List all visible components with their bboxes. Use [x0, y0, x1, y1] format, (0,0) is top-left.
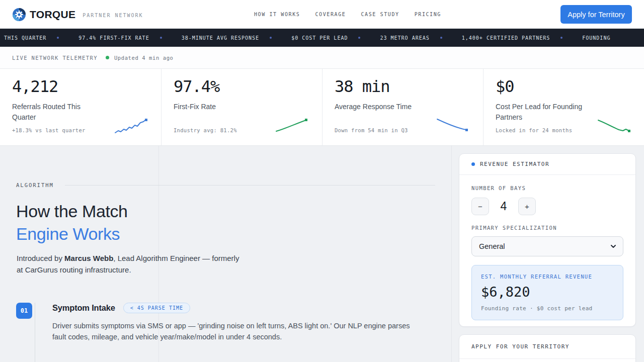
dot-separator-icon: [270, 37, 272, 39]
stat-note: +18.3% vs last quarter: [12, 127, 86, 133]
stat-label: First-Fix Rate: [174, 102, 264, 112]
stat-value: 97.4%: [174, 77, 310, 96]
intro-paragraph: Introduced by Marcus Webb, Lead Algorith…: [17, 252, 243, 276]
ticker-item: 97.4% FIRST-FIX RATE: [78, 35, 149, 41]
stat-value: 4,212: [12, 77, 149, 96]
bays-value: 4: [489, 200, 518, 213]
parse-time-badge: < 4S PARSE TIME: [123, 303, 190, 313]
title-line-1: How the Match: [16, 202, 128, 221]
apply-panel-title: APPLY FOR YOUR TERRITORY: [471, 343, 570, 350]
intro-prefix: Introduced by: [17, 254, 64, 262]
telemetry-updated: Updated 4 min ago: [114, 55, 174, 61]
bays-label: NUMBER OF BAYS: [471, 185, 623, 191]
estimator-header: REVENUE ESTIMATOR: [459, 154, 635, 175]
step-body: Symptom Intake < 4S PARSE TIME Driver su…: [52, 303, 419, 342]
nav-case-study[interactable]: CASE STUDY: [361, 12, 399, 17]
specialization-label: PRIMARY SPECIALIZATION: [471, 225, 623, 231]
step-title: Symptom Intake: [52, 303, 115, 313]
estimator-title: REVENUE ESTIMATOR: [480, 161, 549, 167]
ticker-item: 38-MINUTE AVG RESPONSE: [182, 35, 259, 41]
apply-panel-header: APPLY FOR YOUR TERRITORY: [459, 335, 635, 359]
stat-label: Average Response Time: [335, 102, 425, 112]
stats-ticker: THIS QUARTER 97.4% FIRST-FIX RATE 38-MIN…: [0, 29, 644, 47]
gear-logo-icon: [12, 8, 26, 22]
stat-note: Industry avg: 81.2%: [174, 127, 237, 133]
bays-stepper: − 4 +: [471, 198, 623, 215]
bays-decrement-button[interactable]: −: [471, 198, 489, 215]
step-number-badge: 01: [16, 303, 32, 319]
apply-for-territory-button[interactable]: Apply for Territory: [560, 5, 632, 24]
sparkline-down-icon: [436, 116, 471, 135]
sparkline-down-icon: [597, 116, 632, 135]
main-nav: HOW IT WORKS COVERAGE CASE STUDY PRICING: [254, 0, 441, 29]
dot-separator-icon: [160, 37, 162, 39]
ticker-item: $0 COST PER LEAD: [291, 35, 348, 41]
top-navigation-bar: TORQUE PARTNER NETWORK HOW IT WORKS COVE…: [0, 0, 644, 29]
intro-author-name: Marcus Webb: [64, 254, 113, 262]
revenue-value: $6,820: [481, 284, 614, 300]
kicker-rule: [65, 185, 435, 186]
stat-note: Locked in for 24 months: [496, 127, 572, 133]
dot-separator-icon: [358, 37, 360, 39]
landing-page: TORQUE PARTNER NETWORK HOW IT WORKS COVE…: [0, 0, 644, 362]
stat-note: Down from 54 min in Q3: [335, 127, 408, 133]
stat-label: Cost Per Lead for Founding Partners: [496, 102, 586, 123]
stat-label: Referrals Routed This Quarter: [12, 102, 103, 123]
stat-value: 38 min: [335, 77, 471, 96]
ticker-item: THIS QUARTER: [4, 35, 46, 41]
brand-name: TORQUE: [30, 9, 75, 21]
step-description: Driver submits symptoms via SMS or app —…: [52, 321, 419, 342]
nav-pricing[interactable]: PRICING: [415, 12, 441, 17]
section-kicker-row: ALGORITHM: [16, 182, 435, 188]
blue-dot-icon: [471, 162, 475, 166]
stat-card-referrals: 4,212 Referrals Routed This Quarter +18.…: [0, 69, 161, 145]
nav-how-it-works[interactable]: HOW IT WORKS: [254, 12, 300, 17]
revenue-note: Founding rate · $0 cost per lead: [481, 305, 614, 312]
apply-territory-panel: APPLY FOR YOUR TERRITORY: [459, 334, 636, 362]
stat-card-cost-per-lead: $0 Cost Per Lead for Founding Partners L…: [483, 69, 644, 145]
telemetry-strip: LIVE NETWORK TELEMETRY Updated 4 min ago: [0, 47, 644, 69]
step-timeline-rule: [35, 303, 35, 362]
ticker-item: 1,400+ CERTIFIED PARTNERS: [462, 35, 550, 41]
nav-coverage[interactable]: COVERAGE: [315, 12, 346, 17]
stat-card-response-time: 38 min Average Response Time Down from 5…: [322, 69, 483, 145]
bays-increment-button[interactable]: +: [518, 198, 536, 215]
section-kicker: ALGORITHM: [16, 182, 54, 188]
dot-separator-icon: [57, 37, 59, 39]
title-line-2: Engine Works: [16, 224, 120, 243]
stat-value: $0: [496, 77, 632, 96]
brand-suffix: PARTNER NETWORK: [83, 11, 143, 18]
decor-line: [451, 146, 452, 362]
revenue-result-box: EST. MONTHLY REFERRAL REVENUE $6,820 Fou…: [471, 265, 623, 320]
live-status-dot-icon: [106, 56, 109, 59]
stat-card-first-fix: 97.4% First-Fix Rate Industry avg: 81.2%: [161, 69, 322, 145]
stats-row: 4,212 Referrals Routed This Quarter +18.…: [0, 69, 644, 146]
torque-logo[interactable]: TORQUE PARTNER NETWORK: [12, 7, 143, 22]
sparkline-up-icon: [275, 116, 310, 135]
dot-separator-icon: [560, 37, 562, 39]
telemetry-label: LIVE NETWORK TELEMETRY: [12, 55, 98, 61]
specialization-select[interactable]: General: [471, 236, 623, 256]
main-section: ALGORITHM How the Match Engine Works Int…: [0, 146, 644, 362]
sparkline-up-icon: [114, 116, 149, 135]
page-title: How the Match Engine Works: [16, 200, 128, 245]
revenue-label: EST. MONTHLY REFERRAL REVENUE: [481, 274, 614, 280]
ticker-item: 23 METRO AREAS: [380, 35, 429, 41]
ticker-item: FOUNDING: [582, 35, 610, 41]
dot-separator-icon: [440, 37, 442, 39]
revenue-estimator-panel: REVENUE ESTIMATOR NUMBER OF BAYS − 4 + P…: [459, 153, 636, 327]
